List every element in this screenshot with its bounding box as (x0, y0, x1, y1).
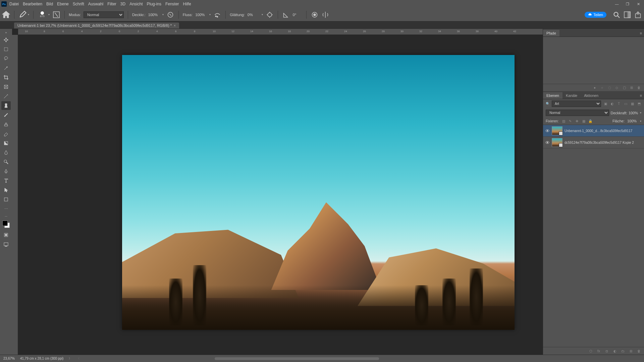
add-layer-mask-icon[interactable]: ◘ (604, 349, 609, 353)
selection-to-path-icon[interactable]: ◇ (614, 85, 619, 90)
layer-row[interactable]: dc59124e7f79a08c3bca509fec5d9117 Kopie 2 (543, 137, 644, 148)
smoothing-input[interactable] (248, 13, 260, 17)
filter-smart-icon[interactable]: ▦ (630, 102, 635, 106)
fill-path-icon[interactable]: ● (592, 85, 597, 90)
new-layer-icon[interactable]: ⊞ (629, 349, 633, 353)
smoothing-chevron-icon[interactable]: ▾ (262, 13, 263, 16)
dodge-tool[interactable] (1, 158, 11, 166)
screen-mode-icon[interactable] (1, 240, 11, 249)
layer-blend-select[interactable]: Normal (546, 110, 609, 116)
blur-tool[interactable] (1, 148, 11, 157)
visibility-eye-icon[interactable] (545, 128, 550, 133)
menu-ansicht[interactable]: Ansicht (129, 2, 143, 6)
new-group-icon[interactable]: 🗀 (621, 349, 625, 353)
filter-shape-icon[interactable]: ▭ (623, 102, 628, 106)
more-tools-icon[interactable]: ⋯ (1, 204, 11, 213)
layer-opacity-input[interactable] (629, 111, 640, 115)
delete-layer-icon[interactable]: 🗑 (637, 349, 641, 353)
layer-filter-select[interactable]: Art (552, 101, 601, 107)
vertical-ruler[interactable] (12, 35, 18, 355)
lock-transparency-icon[interactable]: ▨ (561, 119, 566, 123)
color-swatches[interactable] (2, 221, 10, 228)
path-selection-tool[interactable] (1, 186, 11, 194)
opacity-chevron-icon[interactable]: ▾ (162, 13, 164, 16)
menu-hilfe[interactable]: Hilfe (183, 2, 191, 6)
angle-input[interactable] (293, 13, 302, 17)
export-icon[interactable] (634, 11, 642, 19)
search-icon[interactable] (612, 11, 621, 19)
brush-tool[interactable] (1, 111, 11, 119)
horizontal-scrollbar[interactable] (215, 357, 379, 360)
tool-preset-chevron-icon[interactable]: ▾ (28, 13, 29, 16)
stroke-path-icon[interactable]: ○ (600, 85, 604, 90)
marquee-tool[interactable] (1, 45, 11, 54)
delete-path-icon[interactable]: 🗑 (637, 85, 641, 90)
lock-pixels-icon[interactable]: ✎ (568, 119, 573, 123)
brush-tool-icon[interactable] (18, 11, 26, 19)
close-icon[interactable]: ✕ (636, 2, 641, 6)
opacity-input[interactable] (148, 13, 161, 17)
lock-artboard-icon[interactable]: ▦ (581, 119, 586, 123)
eraser-tool[interactable] (1, 129, 11, 138)
filter-adjust-icon[interactable]: ◐ (610, 102, 614, 106)
menu-schrift[interactable]: Schrift (73, 2, 84, 6)
scroll-left-icon[interactable]: 〈 (77, 357, 79, 360)
doc-info-chevron-icon[interactable]: 〉 (69, 357, 71, 360)
airbrush-icon[interactable] (213, 11, 221, 19)
filter-toggle-icon[interactable]: ⬒ (637, 102, 641, 106)
brush-preset-chevron-icon[interactable]: ▾ (48, 13, 50, 16)
visibility-eye-icon[interactable] (545, 140, 550, 145)
canvas-area[interactable] (18, 35, 543, 355)
menu-ebene[interactable]: Ebene (57, 2, 69, 6)
brush-preview[interactable]: 875 (38, 10, 47, 19)
menu-bearbeiten[interactable]: Bearbeiten (23, 2, 42, 6)
home-icon[interactable] (2, 11, 10, 19)
filter-pixel-icon[interactable]: ▣ (603, 102, 608, 106)
layers-panel-menu-icon[interactable]: ≡ (638, 92, 644, 99)
filter-type-icon[interactable]: T (616, 102, 621, 106)
frame-tool[interactable] (1, 82, 11, 91)
menu-plugins[interactable]: Plug-ins (147, 2, 161, 6)
layer-thumbnail[interactable] (552, 138, 562, 147)
minimize-icon[interactable]: — (614, 2, 619, 6)
layer-style-icon[interactable]: fx (596, 349, 601, 353)
path-to-selection-icon[interactable]: ◌ (607, 85, 612, 90)
lock-position-icon[interactable]: ✥ (575, 119, 579, 123)
artboard[interactable] (122, 55, 515, 330)
menu-bild[interactable]: Bild (46, 2, 53, 6)
clone-stamp-tool[interactable] (1, 120, 11, 129)
tab-pfade[interactable]: Pfade (543, 30, 559, 37)
foreground-color-swatch[interactable] (2, 221, 8, 226)
layer-name[interactable]: dc59124e7f79a08c3bca509fec5d9117 Kopie 2 (565, 141, 642, 144)
menu-fenster[interactable]: Fenster (165, 2, 179, 6)
menu-3d[interactable]: 3D (120, 2, 125, 6)
magic-wand-tool[interactable] (1, 64, 11, 72)
gradient-tool[interactable] (1, 139, 11, 147)
move-tool[interactable] (1, 36, 11, 44)
panel-menu-icon[interactable]: ≡ (638, 30, 644, 37)
brush-panel-icon[interactable] (52, 11, 60, 19)
layer-name[interactable]: Unbenannt-1_0000_d…8c3bca509fec5d9117 (565, 129, 642, 133)
document-dimensions[interactable]: 41,79 cm x 28,1 cm (300 ppi) (20, 357, 64, 360)
pen-tool[interactable] (1, 167, 11, 176)
collapse-toolbox-icon[interactable]: » (1, 30, 11, 35)
tab-aktionen[interactable]: Aktionen (581, 92, 602, 99)
blend-mode-select[interactable]: Normal (84, 11, 124, 18)
edit-toolbar-icon[interactable]: ⋯ (1, 214, 11, 219)
menu-filter[interactable]: Filter (107, 2, 116, 6)
horizontal-ruler[interactable]: 10 8 6 4 2 0 2 4 6 8 10 12 14 16 18 20 2… (18, 29, 543, 35)
eyedropper-tool[interactable] (1, 92, 11, 101)
add-mask-icon[interactable]: ▢ (622, 85, 627, 90)
menu-datei[interactable]: Datei (9, 2, 19, 6)
document-tab[interactable]: Unbenannt-1 bei 23,7% (Unbenannt-1_0000_… (14, 22, 179, 28)
shape-tool[interactable] (1, 195, 11, 204)
symmetry-icon[interactable] (321, 11, 329, 19)
fill-chevron-icon[interactable]: ▾ (640, 120, 641, 123)
lock-all-icon[interactable]: 🔒 (588, 119, 593, 123)
link-layers-icon[interactable]: ⬡ (588, 349, 593, 353)
type-tool[interactable] (1, 176, 11, 185)
layer-opacity-chevron-icon[interactable]: ▾ (640, 111, 641, 114)
flow-input[interactable] (195, 13, 208, 17)
tab-ebenen[interactable]: Ebenen (543, 92, 562, 99)
tab-close-icon[interactable]: × (174, 24, 176, 27)
